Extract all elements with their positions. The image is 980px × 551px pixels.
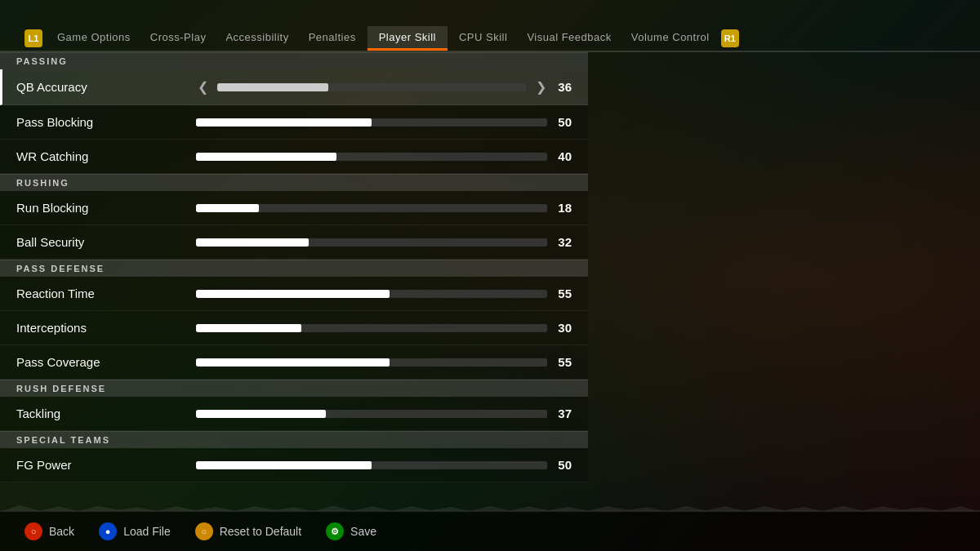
slider-fill-run-blocking bbox=[196, 204, 259, 212]
setting-name-fg-power: FG Power bbox=[16, 458, 196, 472]
slider-fill-tackling bbox=[196, 410, 326, 418]
footer-icon-reset-to-default: ○ bbox=[195, 522, 213, 540]
slider-track-interceptions[interactable] bbox=[196, 324, 547, 332]
slider-track-tackling[interactable] bbox=[196, 410, 547, 418]
setting-value-tackling: 37 bbox=[547, 407, 572, 420]
slider-track-fg-power[interactable] bbox=[196, 461, 547, 469]
slider-fill-pass-blocking bbox=[196, 118, 372, 127]
section-header-rushing: RUSHING bbox=[0, 174, 588, 191]
nav-tabs: L1 Game OptionsCross-PlayAccessibilityPe… bbox=[24, 26, 956, 51]
nav-tab-accessibility[interactable]: Accessibility bbox=[217, 26, 296, 51]
setting-row-qb-accuracy[interactable]: QB Accuracy❮❯36 bbox=[0, 69, 588, 105]
footer-label-back: Back bbox=[49, 525, 74, 538]
footer-label-load-file: Load File bbox=[123, 525, 171, 538]
setting-name-tackling: Tackling bbox=[16, 407, 196, 420]
footer-icon-load-file: ● bbox=[99, 522, 117, 540]
slider-container-qb-accuracy: ❮❯ bbox=[196, 79, 547, 95]
slider-track-qb-accuracy[interactable] bbox=[217, 83, 526, 91]
slider-track-pass-coverage[interactable] bbox=[196, 358, 547, 367]
setting-value-reaction-time: 55 bbox=[547, 287, 572, 300]
header: L1 Game OptionsCross-PlayAccessibilityPe… bbox=[0, 0, 980, 52]
section-header-pass-defense: PASS DEFENSE bbox=[0, 260, 588, 277]
slider-track-wr-catching[interactable] bbox=[196, 153, 547, 161]
setting-value-ball-security: 32 bbox=[547, 235, 572, 249]
slider-fill-ball-security bbox=[196, 238, 309, 247]
slider-container-run-blocking bbox=[196, 204, 547, 212]
slider-container-tackling bbox=[196, 410, 547, 418]
nav-tab-player-skill[interactable]: Player Skill bbox=[368, 26, 448, 51]
slider-track-reaction-time[interactable] bbox=[196, 290, 547, 298]
slider-fill-wr-catching bbox=[196, 153, 336, 161]
section-header-rush-defense: RUSH DEFENSE bbox=[0, 380, 588, 397]
nav-tab-volume-control[interactable]: Volume Control bbox=[623, 26, 718, 51]
info-panel bbox=[588, 52, 980, 510]
slider-container-wr-catching bbox=[196, 153, 547, 161]
nav-left-button[interactable]: L1 bbox=[24, 29, 42, 47]
setting-value-wr-catching: 40 bbox=[547, 149, 572, 163]
slider-arrow-left-qb-accuracy[interactable]: ❮ bbox=[196, 79, 209, 95]
setting-row-run-blocking[interactable]: Run Blocking18 bbox=[0, 191, 588, 225]
setting-name-wr-catching: WR Catching bbox=[16, 149, 196, 163]
setting-row-wr-catching[interactable]: WR Catching40 bbox=[0, 140, 588, 174]
slider-fill-interceptions bbox=[196, 324, 301, 332]
slider-track-run-blocking[interactable] bbox=[196, 204, 547, 212]
main-content: PASSINGQB Accuracy❮❯36Pass Blocking50WR … bbox=[0, 52, 980, 510]
setting-row-reaction-time[interactable]: Reaction Time55 bbox=[0, 277, 588, 311]
footer-btn-save[interactable]: ⚙Save bbox=[326, 522, 376, 540]
setting-row-ball-security[interactable]: Ball Security32 bbox=[0, 225, 588, 260]
setting-row-pass-coverage[interactable]: Pass Coverage55 bbox=[0, 345, 588, 380]
slider-container-pass-blocking bbox=[196, 118, 547, 127]
slider-container-interceptions bbox=[196, 324, 547, 332]
nav-tab-game-options[interactable]: Game Options bbox=[49, 26, 139, 51]
setting-value-fg-power: 50 bbox=[547, 458, 572, 472]
slider-fill-reaction-time bbox=[196, 290, 390, 298]
slider-track-pass-blocking[interactable] bbox=[196, 118, 547, 127]
slider-container-reaction-time bbox=[196, 290, 547, 298]
footer-icon-save: ⚙ bbox=[326, 522, 344, 540]
footer-label-save: Save bbox=[350, 525, 376, 538]
setting-name-pass-coverage: Pass Coverage bbox=[16, 355, 196, 369]
setting-name-interceptions: Interceptions bbox=[16, 321, 196, 335]
footer-icon-back: ○ bbox=[24, 522, 42, 540]
footer-btn-back[interactable]: ○Back bbox=[24, 522, 74, 540]
slider-container-fg-power bbox=[196, 461, 547, 469]
nav-right-button[interactable]: R1 bbox=[721, 29, 739, 47]
setting-value-interceptions: 30 bbox=[547, 321, 572, 335]
section-header-special-teams: SPECIAL TEAMS bbox=[0, 431, 588, 448]
nav-tab-cross-play[interactable]: Cross-Play bbox=[142, 26, 215, 51]
setting-name-reaction-time: Reaction Time bbox=[16, 287, 196, 300]
slider-track-ball-security[interactable] bbox=[196, 238, 547, 247]
footer-label-reset-to-default: Reset to Default bbox=[220, 525, 301, 538]
footer: ○Back●Load File○Reset to Default⚙Save bbox=[0, 510, 980, 551]
slider-fill-pass-coverage bbox=[196, 358, 390, 367]
setting-value-pass-blocking: 50 bbox=[547, 115, 572, 129]
setting-name-qb-accuracy: QB Accuracy bbox=[16, 80, 196, 94]
nav-tab-visual-feedback[interactable]: Visual Feedback bbox=[519, 26, 619, 51]
section-header-passing: PASSING bbox=[0, 52, 588, 69]
setting-value-qb-accuracy: 36 bbox=[547, 80, 572, 94]
slider-container-ball-security bbox=[196, 238, 547, 247]
footer-btn-reset-to-default[interactable]: ○Reset to Default bbox=[195, 522, 301, 540]
setting-row-fg-power[interactable]: FG Power50 bbox=[0, 448, 588, 482]
setting-row-interceptions[interactable]: Interceptions30 bbox=[0, 311, 588, 345]
slider-arrow-right-qb-accuracy[interactable]: ❯ bbox=[534, 79, 547, 95]
slider-container-pass-coverage bbox=[196, 358, 547, 367]
setting-row-tackling[interactable]: Tackling37 bbox=[0, 397, 588, 431]
setting-value-pass-coverage: 55 bbox=[547, 355, 572, 369]
setting-name-pass-blocking: Pass Blocking bbox=[16, 115, 196, 129]
footer-btn-load-file[interactable]: ●Load File bbox=[99, 522, 171, 540]
nav-tab-cpu-skill[interactable]: CPU Skill bbox=[451, 26, 515, 51]
setting-row-pass-blocking[interactable]: Pass Blocking50 bbox=[0, 105, 588, 140]
setting-name-run-blocking: Run Blocking bbox=[16, 201, 196, 215]
setting-name-ball-security: Ball Security bbox=[16, 235, 196, 249]
slider-fill-qb-accuracy bbox=[217, 83, 328, 91]
settings-panel: PASSINGQB Accuracy❮❯36Pass Blocking50WR … bbox=[0, 52, 588, 510]
setting-value-run-blocking: 18 bbox=[547, 201, 572, 215]
nav-tab-penalties[interactable]: Penalties bbox=[301, 26, 364, 51]
slider-fill-fg-power bbox=[196, 461, 372, 469]
